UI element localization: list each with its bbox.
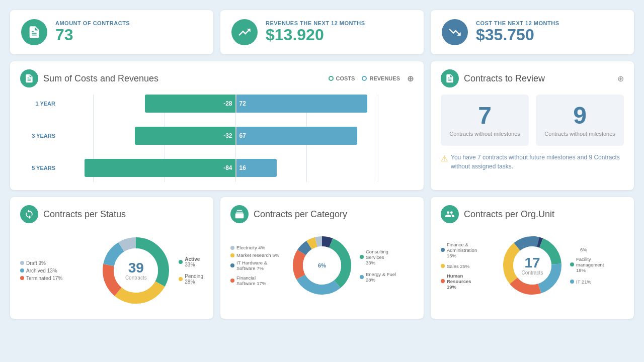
status-center-label: Contracts <box>125 275 147 281</box>
org-sales: Sales 25% <box>441 263 495 269</box>
review-panel-title: Contracts to Review <box>464 73 612 84</box>
sales-dot <box>441 264 445 268</box>
contracts-icon <box>21 19 47 45</box>
review-box-1: 7 Contracts without milestones <box>441 95 529 146</box>
pos-side-1year: 72 <box>236 95 414 113</box>
status-legend-right: Active33% Pending28% <box>179 256 203 285</box>
orgunit-donut-center: 17 Contracts <box>522 256 543 276</box>
bars-3years: -32 67 <box>58 127 414 145</box>
energy-label: Energy & Fuel28% <box>366 272 396 283</box>
energy-dot <box>360 275 364 279</box>
orgunit-panel-header: Contracts per Org.Unit <box>441 205 624 223</box>
review-warning-text: You have 7 contracts without future mile… <box>451 153 624 171</box>
status-panel: Contracts per Status Draft 9% Archived 1… <box>10 197 213 319</box>
org-finance: Finance &Administration15% <box>441 242 495 258</box>
cat-it: IT Hardware &Software 7% <box>230 260 284 271</box>
orgunit-panel-icon <box>441 205 459 223</box>
neg-side-1year: -28 <box>58 95 235 113</box>
org-hr: HumanResources19% <box>441 273 495 290</box>
bar-pos-1year: 72 <box>236 95 367 113</box>
review-box2-label: Contracts without milestones <box>541 131 619 137</box>
sum-panel-icon <box>20 69 38 87</box>
review-box2-number: 9 <box>541 104 619 128</box>
review-panel: Contracts to Review ⊕ 7 Contracts withou… <box>431 61 634 190</box>
financial-label: FinancialSoftware 17% <box>236 275 266 286</box>
org-it: IT 21% <box>570 279 624 285</box>
it-org-dot <box>570 280 574 284</box>
orgunit-donut-area: Finance &Administration15% Sales 25% Hum… <box>441 230 624 301</box>
legend-costs: COSTS <box>329 75 355 81</box>
consulting-label: ConsultingServices33% <box>366 249 388 265</box>
bar-label-3years: 3 YEARS <box>20 133 55 139</box>
sales-label: Sales 25% <box>447 263 469 269</box>
kpi-costs: COST THE NEXT 12 MONTHS $35.750 <box>431 10 634 54</box>
bar-label-5years: 5 YEARS <box>20 165 55 171</box>
review-warning: ⚠ You have 7 contracts without future mi… <box>441 153 624 171</box>
active-label: Active33% <box>185 256 200 267</box>
kpi-revenues: REVENUES THE NEXT 12 MONTHS $13.920 <box>220 10 424 54</box>
bar-neg-1year: -28 <box>145 95 235 113</box>
revenues-icon <box>231 19 258 45</box>
kpi-contracts-value: 73 <box>55 26 130 44</box>
cat-electricity: Electricity 4% <box>230 245 284 250</box>
it-label: IT Hardware &Software 7% <box>236 260 267 271</box>
cat-market: Market research 5% <box>230 252 284 258</box>
archived-label: Archived 13% <box>26 268 57 274</box>
pending-label: Pending28% <box>185 274 203 285</box>
org-6pct-label: 6% <box>580 247 587 252</box>
pos-side-3years: 67 <box>236 127 414 145</box>
electricity-label: Electricity 4% <box>236 245 265 250</box>
electricity-dot <box>230 246 234 250</box>
status-panel-icon <box>20 205 38 223</box>
active-dot <box>179 260 183 264</box>
facility-label: Facilitymanagement18% <box>576 256 604 273</box>
kpi-contracts: AMOUNT OF CONTRACTS 73 <box>10 10 213 54</box>
review-box1-number: 7 <box>446 104 524 128</box>
bar-row-5years: 5 YEARS -84 16 <box>58 159 414 177</box>
status-legend-pending: Pending28% <box>179 274 203 285</box>
category-donut-area: Electricity 4% Market research 5% IT Har… <box>230 230 414 301</box>
consulting-dot <box>360 255 364 259</box>
revenues-dot <box>362 76 367 81</box>
org-facility: Facilitymanagement18% <box>570 256 624 273</box>
cat-6pct: 6% <box>318 262 326 268</box>
terminated-label: Terminated 17% <box>26 276 62 281</box>
it-dot <box>230 263 234 267</box>
status-legend-terminated: Terminated 17% <box>20 276 93 281</box>
category-panel-header: Contracts per Category <box>230 205 414 223</box>
cat-energy: Energy & Fuel28% <box>360 272 414 283</box>
finance-dot <box>441 248 445 252</box>
kpi-revenues-value: $13.920 <box>266 26 365 44</box>
draft-label: Draft 9% <box>26 260 46 266</box>
orgunit-panel: Contracts per Org.Unit Finance &Administ… <box>431 197 634 319</box>
revenues-legend-label: REVENUES <box>369 75 400 81</box>
sum-panel-legend: COSTS REVENUES ⊕ <box>329 74 414 83</box>
orgunit-center-num: 17 <box>522 256 543 270</box>
bar-row-3years: 3 YEARS -32 67 <box>58 127 414 145</box>
status-donut-center: 39 Contracts <box>125 261 147 281</box>
bars-1year: -28 72 <box>58 95 414 113</box>
category-donut-wrap: 6% <box>289 233 355 298</box>
category-donut-center: 6% <box>318 262 326 268</box>
it-org-label: IT 21% <box>576 279 591 285</box>
bar-pos-5years: 16 <box>236 159 277 177</box>
neg-side-3years: -32 <box>58 127 235 145</box>
sum-panel-header: Sum of Costs and Revenues COSTS REVENUES… <box>20 69 414 87</box>
status-panel-header: Contracts per Status <box>20 205 203 223</box>
sum-target-icon[interactable]: ⊕ <box>407 74 414 83</box>
draft-dot <box>20 261 24 265</box>
category-legend-right: ConsultingServices33% Energy & Fuel28% <box>360 249 414 283</box>
sum-panel-title: Sum of Costs and Revenues <box>43 73 324 84</box>
status-donut-area: Draft 9% Archived 13% Terminated 17% <box>20 230 203 311</box>
pending-dot <box>179 277 183 281</box>
review-target-icon[interactable]: ⊕ <box>617 74 624 83</box>
status-legend-archived: Archived 13% <box>20 268 93 274</box>
costs-dot <box>329 76 334 81</box>
review-box1-label: Contracts without milestones <box>446 131 524 137</box>
review-box-2: 9 Contracts without milestones <box>536 95 624 146</box>
status-legend-left: Draft 9% Archived 13% Terminated 17% <box>20 260 93 281</box>
sum-costs-revenues-panel: Sum of Costs and Revenues COSTS REVENUES… <box>10 61 424 190</box>
orgunit-center-label: Contracts <box>522 270 543 276</box>
review-boxes: 7 Contracts without milestones 9 Contrac… <box>441 95 624 146</box>
cat-consulting: ConsultingServices33% <box>360 249 414 265</box>
